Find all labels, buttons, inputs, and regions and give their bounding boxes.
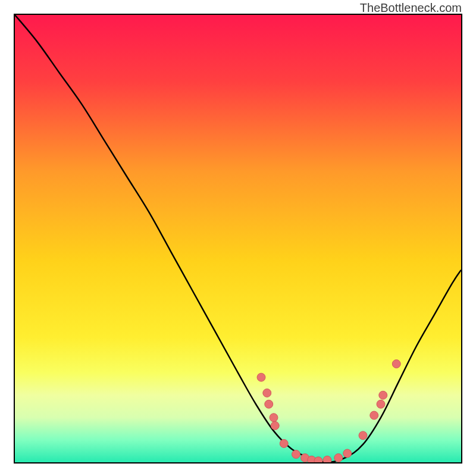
data-marker: [263, 389, 271, 397]
watermark-text: TheBottleneck.com: [360, 1, 462, 15]
data-marker: [270, 414, 278, 422]
data-marker: [257, 373, 265, 381]
data-marker: [343, 449, 352, 458]
curve-layer: [15, 15, 461, 462]
data-marker: [370, 411, 378, 419]
bottleneck-curve: [15, 15, 461, 462]
data-marker: [334, 454, 343, 462]
data-markers: [257, 360, 400, 462]
data-marker: [392, 360, 400, 368]
data-marker: [379, 391, 387, 399]
data-marker: [377, 400, 385, 408]
data-marker: [271, 421, 279, 430]
plot-area: [14, 14, 462, 464]
data-marker: [359, 431, 367, 440]
data-marker: [292, 450, 300, 458]
data-marker: [265, 400, 273, 408]
chart-container: TheBottleneck.com: [0, 0, 476, 476]
data-marker: [323, 456, 331, 462]
data-marker: [314, 457, 322, 462]
data-marker: [280, 439, 288, 447]
